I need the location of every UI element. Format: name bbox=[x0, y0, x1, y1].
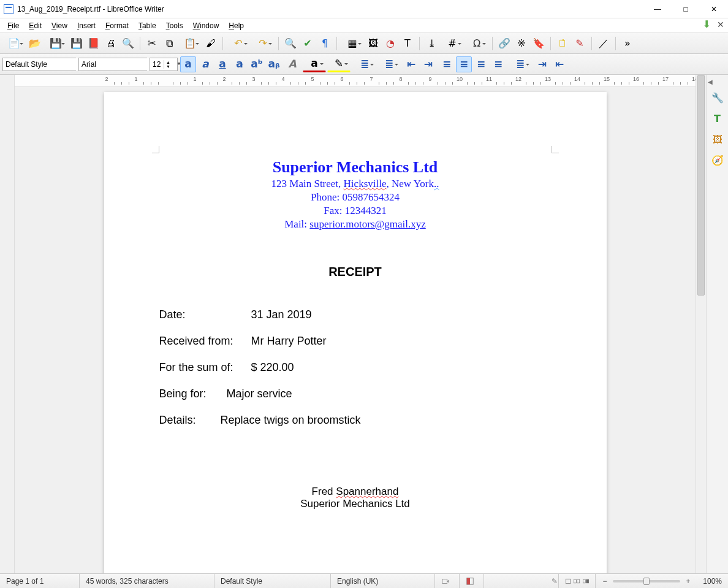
view-layout-buttons[interactable] bbox=[559, 574, 596, 588]
menu-tools[interactable]: Tools bbox=[161, 20, 188, 31]
highlight-button[interactable]: ✎ bbox=[327, 56, 351, 72]
bookmark-icon: 🔖 bbox=[533, 39, 545, 48]
align-right-button[interactable]: ≡ bbox=[473, 56, 489, 72]
page[interactable]: Superior Mechanics Ltd 123 Main Street, … bbox=[104, 92, 607, 573]
maximize-button[interactable]: □ bbox=[672, 0, 700, 18]
svg-rect-3 bbox=[566, 579, 570, 583]
outdent-button[interactable]: ⇤ bbox=[403, 56, 419, 72]
status-style[interactable]: Default Style bbox=[214, 574, 331, 588]
formatting-marks-button[interactable]: ¶ bbox=[317, 36, 333, 52]
undo-button[interactable]: ↶ bbox=[227, 36, 250, 52]
open-button[interactable]: 📂 bbox=[27, 36, 43, 52]
save-as-button[interactable]: 💾 bbox=[69, 36, 85, 52]
align-left-button[interactable]: ≡ bbox=[439, 56, 455, 72]
line-button[interactable]: ／ bbox=[596, 36, 612, 52]
status-insert-mode[interactable] bbox=[435, 574, 460, 588]
font-name-combo[interactable] bbox=[78, 58, 147, 71]
scrollbar-thumb[interactable] bbox=[697, 75, 705, 296]
menu-window[interactable]: Window bbox=[188, 20, 224, 31]
sidebar-collapse-icon[interactable]: ◀ bbox=[708, 78, 714, 85]
ruler-number: 11 bbox=[486, 76, 492, 82]
page-break-button[interactable]: ⤓ bbox=[423, 36, 439, 52]
status-language[interactable]: English (UK) bbox=[331, 574, 435, 588]
clone-format-button[interactable]: 🖌 bbox=[203, 36, 219, 52]
find-button[interactable]: 🔍 bbox=[282, 36, 298, 52]
redo-button[interactable]: ↷ bbox=[251, 36, 275, 52]
horizontal-ruler[interactable]: 2112345678910111213141516171819 bbox=[15, 75, 696, 87]
font-color-button[interactable]: a bbox=[303, 56, 326, 72]
close-document-button[interactable]: ✕ bbox=[717, 21, 724, 28]
strike-button[interactable]: a bbox=[232, 56, 248, 72]
sidebar-properties-icon[interactable]: 🔧 bbox=[710, 90, 726, 106]
textbox-button[interactable]: T bbox=[400, 36, 415, 52]
spellcheck-button[interactable]: ✔ bbox=[300, 36, 316, 52]
clearfmt-button[interactable]: A bbox=[284, 56, 300, 72]
dec-indent-button[interactable]: ⇤ bbox=[552, 56, 567, 72]
font-size-down[interactable]: ▼ bbox=[164, 64, 172, 69]
print-preview-button[interactable]: 🔍 bbox=[120, 36, 136, 52]
insert-note-button[interactable]: 🗒 bbox=[555, 36, 571, 52]
status-page[interactable]: Page 1 of 1 bbox=[0, 574, 80, 588]
save-button[interactable]: 💾 bbox=[44, 36, 67, 52]
line-icon: ／ bbox=[599, 39, 609, 48]
line-spacing-button[interactable]: ≣ bbox=[509, 56, 532, 72]
zoom-slider[interactable] bbox=[613, 580, 680, 582]
sidebar-styles-icon[interactable]: T bbox=[710, 111, 726, 127]
align-center-button[interactable]: ≡ bbox=[456, 56, 472, 72]
status-wordcount[interactable]: 45 words, 325 characters bbox=[80, 574, 214, 588]
status-zoom[interactable]: 100% bbox=[697, 574, 728, 588]
font-size-up[interactable]: ▲ bbox=[164, 60, 172, 64]
field-button[interactable]: # bbox=[441, 36, 464, 52]
menu-view[interactable]: View bbox=[47, 20, 72, 31]
menu-help[interactable]: Help bbox=[224, 20, 249, 31]
zoom-slider-knob[interactable] bbox=[643, 578, 650, 585]
subscript-button[interactable]: aᵦ bbox=[266, 56, 282, 72]
sidebar-gallery-icon[interactable]: 🖼 bbox=[710, 132, 726, 148]
special-char-button[interactable]: Ω bbox=[465, 36, 488, 52]
print-button[interactable]: 🖨 bbox=[103, 36, 119, 52]
minimize-button[interactable]: — bbox=[643, 0, 672, 18]
more-button[interactable]: » bbox=[620, 36, 635, 52]
font-size-combo[interactable]: ▲ ▼ bbox=[150, 58, 178, 71]
chart-button[interactable]: ◔ bbox=[382, 36, 398, 52]
copy-button[interactable]: ⧉ bbox=[161, 36, 177, 52]
table-button[interactable]: ▦ bbox=[341, 36, 364, 52]
zoom-control[interactable]: − + bbox=[596, 577, 697, 586]
cut-button[interactable]: ✂ bbox=[144, 36, 160, 52]
indent-button[interactable]: ⇥ bbox=[420, 56, 436, 72]
zoom-out-button[interactable]: − bbox=[601, 577, 609, 586]
image-button[interactable]: 🖼 bbox=[365, 36, 381, 52]
status-selection-mode[interactable] bbox=[460, 574, 484, 588]
menu-edit[interactable]: Edit bbox=[24, 20, 47, 31]
paragraph-style-combo[interactable] bbox=[2, 58, 76, 71]
zoom-in-button[interactable]: + bbox=[684, 577, 692, 586]
update-icon[interactable]: ⬇ bbox=[703, 20, 711, 29]
menu-table[interactable]: Table bbox=[134, 20, 161, 31]
field-value-received: Mr Harry Potter bbox=[251, 335, 327, 348]
bullets-button[interactable]: ≣ bbox=[353, 56, 376, 72]
close-button[interactable]: ✕ bbox=[700, 0, 728, 18]
new-button[interactable]: 📄 bbox=[2, 36, 26, 52]
numbering-button[interactable]: ≣ bbox=[377, 56, 401, 72]
menu-file[interactable]: File bbox=[2, 20, 24, 31]
inc-indent-button[interactable]: ⇥ bbox=[534, 56, 550, 72]
menu-insert[interactable]: Insert bbox=[72, 20, 100, 31]
justify-button[interactable]: ≡ bbox=[490, 56, 506, 72]
bookmark-button[interactable]: 🔖 bbox=[531, 36, 547, 52]
menu-format[interactable]: Format bbox=[100, 20, 134, 31]
font-size-input[interactable] bbox=[150, 58, 164, 71]
status-signature-icon[interactable]: ✎ bbox=[545, 574, 559, 588]
bold-button[interactable]: a bbox=[180, 56, 196, 72]
underline-button[interactable]: a bbox=[214, 56, 230, 72]
document-scroll-area[interactable]: Superior Mechanics Ltd 123 Main Street, … bbox=[15, 87, 696, 573]
footnote-button[interactable]: ※ bbox=[514, 36, 529, 52]
sidebar-navigator-icon[interactable]: 🧭 bbox=[710, 153, 726, 169]
superscript-button[interactable]: aᵇ bbox=[249, 56, 265, 72]
hyperlink-button[interactable]: 🔗 bbox=[496, 36, 512, 52]
italic-button[interactable]: a bbox=[197, 56, 213, 72]
pdf-button[interactable]: 📕 bbox=[86, 36, 102, 52]
track-changes-button[interactable]: ✎ bbox=[572, 36, 588, 52]
vertical-scrollbar[interactable] bbox=[696, 75, 706, 573]
company-mail-link[interactable]: superior.motors@gmail.xyz bbox=[309, 218, 425, 230]
paste-button[interactable]: 📋 bbox=[178, 36, 202, 52]
